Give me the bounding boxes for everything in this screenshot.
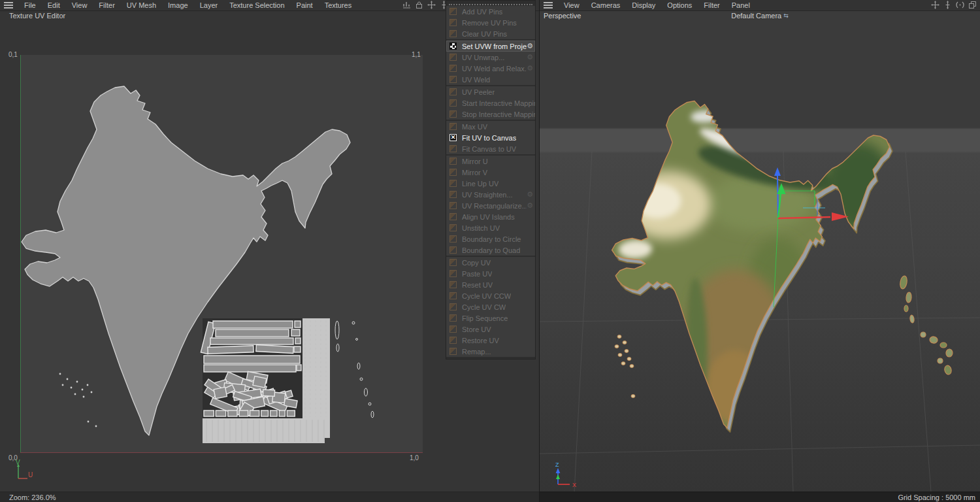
tool-icon [449,326,457,333]
tool-item-paste-uv[interactable]: Paste UV [446,268,535,279]
uv-editor-toolbar [402,1,448,9]
tool-item-fit-uv-to-canvas[interactable]: ✕Fit UV to Canvas [446,132,535,143]
menu-item-file[interactable]: File [18,1,42,9]
tool-item-label: Mirror U [462,158,488,165]
tool-icon [449,191,457,198]
tool-item-unstitch-uv[interactable]: Unstitch UV [446,222,535,233]
hamburger-icon[interactable] [4,2,13,8]
tool-item-remap[interactable]: Remap... [446,346,535,357]
tool-item-uv-peeler[interactable]: UV Peeler [446,86,535,97]
tool-item-label: Line Up UV [462,180,498,188]
tool-item-label: Reset UV [462,281,493,289]
tool-item-reset-uv[interactable]: Reset UV [446,279,535,290]
hamburger-icon[interactable] [544,2,553,8]
maximize-icon[interactable] [968,1,977,9]
tool-item-flip-sequence[interactable]: Flip Sequence [446,312,535,324]
menu-item-display[interactable]: Display [626,1,661,9]
menu-item-panel[interactable]: Panel [726,1,756,9]
tool-item-uv-rectangularize[interactable]: UV Rectangularize...⚙ [446,200,535,211]
panel-drag-handle[interactable] [449,1,532,5]
tool-item-start-interactive-mapping[interactable]: Start Interactive Mapping [446,97,535,109]
tool-item-boundary-to-quad[interactable]: Boundary to Quad [446,244,535,256]
tool-item-cycle-uv-ccw[interactable]: Cycle UV CCW [446,290,535,301]
view-mode-label[interactable]: Perspective [544,12,581,20]
tool-item-boundary-to-circle[interactable]: Boundary to Circle [446,233,535,244]
gear-icon[interactable]: ⚙ [527,54,533,61]
tool-icon [449,224,457,231]
tool-item-remove-uv-pins[interactable]: Remove UV Pins [446,17,535,28]
tool-item-label: UV Rectangularize... [462,202,527,210]
uv-corner-label: 1,1 [412,51,421,58]
tool-item-clear-uv-pins[interactable]: Clear UV Pins [446,28,535,39]
gear-icon[interactable]: ⚙ [527,42,533,50]
tool-item-label: Align UV Islands [462,213,515,221]
tool-item-stop-interactive-mapping[interactable]: Stop Interactive Mapping [446,109,535,120]
tool-item-label: Boundary to Circle [462,235,521,243]
menu-item-uv-mesh[interactable]: UV Mesh [121,1,162,9]
uv-unwrap-block[interactable] [201,318,330,443]
tool-icon [449,348,457,355]
histogram-icon[interactable] [402,1,411,9]
camera-swap-icon[interactable]: ⇆ [783,12,789,19]
tool-item-store-uv[interactable]: Store UV [446,324,535,335]
uv-corner-label: 1,0 [410,454,419,461]
tool-icon [449,158,457,165]
tool-item-line-up-uv[interactable]: Line Up UV [446,178,535,189]
tool-icon [449,270,457,277]
tool-item-mirror-u[interactable]: Mirror U [446,156,535,167]
gear-icon[interactable]: ⚙ [527,191,533,198]
dolly-icon[interactable] [943,1,952,9]
uv-tools-panel: Add UV PinsRemove UV PinsClear UV PinsSe… [446,0,536,360]
uv-editor-statusbar: Zoom: 236.0% [0,492,539,502]
tool-item-label: Remap... [462,348,491,356]
panel-title: Texture UV Editor [9,12,65,20]
rotate-icon[interactable] [956,1,964,9]
tool-icon [449,123,457,130]
tool-item-label: Flip Sequence [462,314,508,322]
viewport-3d[interactable]: Z X [540,10,980,492]
menu-item-paint[interactable]: Paint [291,1,319,9]
tool-item-fit-canvas-to-uv[interactable]: Fit Canvas to UV [446,143,535,154]
menu-item-view[interactable]: View [558,1,585,9]
menu-item-image[interactable]: Image [162,1,194,9]
tool-item-label: Mirror V [462,169,487,176]
tool-item-uv-unwrap[interactable]: UV Unwrap...⚙ [446,52,535,63]
tool-item-align-uv-islands[interactable]: Align UV Islands [446,211,535,222]
tool-item-uv-weld-and-relax[interactable]: UV Weld and Relax...⚙ [446,63,535,74]
tool-item-cycle-uv-cw[interactable]: Cycle UV CW [446,301,535,312]
pan-icon[interactable] [931,1,939,9]
pan-icon[interactable] [427,1,436,9]
tool-item-label: Max UV [462,123,487,131]
tool-item-set-uvw-from-projection[interactable]: Set UVW from Projection...⚙ [446,41,535,52]
tool-icon [449,65,457,72]
menu-item-filter[interactable]: Filter [93,1,120,9]
menu-item-options[interactable]: Options [661,1,698,9]
menu-item-edit[interactable]: Edit [42,1,66,9]
menu-item-texture-selection[interactable]: Texture Selection [223,1,290,9]
menu-item-cameras[interactable]: Cameras [585,1,627,9]
tool-item-max-uv[interactable]: Max UV [446,121,535,132]
tool-item-copy-uv[interactable]: Copy UV [446,257,535,268]
lock-icon[interactable] [415,1,423,9]
tool-icon [449,76,457,83]
gear-icon[interactable]: ⚙ [527,65,533,72]
menu-item-layer[interactable]: Layer [194,1,224,9]
tool-icon [449,180,457,187]
camera-label[interactable]: Default Camera ⇆ [731,12,789,20]
menu-item-textures[interactable]: Textures [319,1,358,9]
tool-item-label: Cycle UV CW [462,303,506,311]
tool-icon [449,292,457,299]
tool-item-uv-weld[interactable]: UV Weld [446,74,535,85]
tool-item-mirror-v[interactable]: Mirror V [446,167,535,178]
app-window: { "left_editor": { "title": "Texture UV … [0,0,980,502]
tool-item-label: Remove UV Pins [462,19,517,27]
tool-item-label: Start Interactive Mapping [462,99,535,107]
tool-item-uv-straighten[interactable]: UV Straighten...⚙ [446,189,535,200]
tool-item-add-uv-pins[interactable]: Add UV Pins [446,6,535,17]
gear-icon[interactable]: ⚙ [527,202,533,209]
tool-icon [449,303,457,310]
menu-item-view[interactable]: View [66,1,93,9]
menu-item-filter[interactable]: Filter [698,1,725,9]
tool-item-restore-uv[interactable]: Restore UV [446,335,535,346]
zoom-status: Zoom: 236.0% [9,494,56,501]
